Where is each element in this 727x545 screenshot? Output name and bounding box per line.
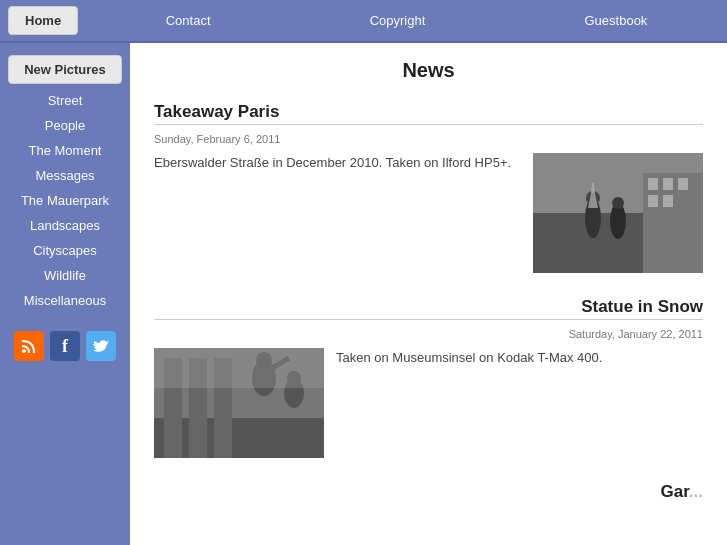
sidebar-item-the-mauerpark[interactable]: The Mauerpark [0, 188, 130, 213]
layout: New Pictures Street People The Moment Me… [0, 43, 727, 545]
article-divider [154, 319, 703, 320]
home-button[interactable]: Home [8, 6, 78, 35]
sidebar-item-messages[interactable]: Messages [0, 163, 130, 188]
twitter-icon[interactable] [86, 331, 116, 361]
article-title: Statue in Snow [154, 297, 703, 317]
rss-icon[interactable] [14, 331, 44, 361]
svg-rect-6 [678, 178, 688, 190]
svg-point-12 [612, 197, 624, 209]
article-image-paris [533, 153, 703, 273]
sidebar-item-the-moment[interactable]: The Moment [0, 138, 130, 163]
svg-rect-25 [154, 348, 324, 388]
sidebar-item-cityscapes[interactable]: Cityscapes [0, 238, 130, 263]
new-pictures-button[interactable]: New Pictures [8, 55, 122, 84]
article-divider [154, 124, 703, 125]
article-body: Taken on Museumsinsel on Kodak T-Max 400… [154, 348, 703, 458]
article-title: Gar... [154, 482, 703, 502]
social-icons: f [0, 325, 130, 367]
article-takeaway-paris: Takeaway Paris Sunday, February 6, 2011 … [154, 102, 703, 273]
article-text: Taken on Museumsinsel on Kodak T-Max 400… [336, 348, 703, 368]
sidebar-item-wildlife[interactable]: Wildlife [0, 263, 130, 288]
sidebar-item-miscellaneous[interactable]: Miscellaneous [0, 288, 130, 313]
main-content: News Takeaway Paris Sunday, February 6, … [130, 43, 727, 545]
svg-point-0 [22, 349, 26, 353]
page-title: News [154, 59, 703, 82]
svg-rect-8 [663, 195, 673, 207]
article-partial: Gar... [154, 482, 703, 502]
sidebar-item-landscapes[interactable]: Landscapes [0, 213, 130, 238]
copyright-link[interactable]: Copyright [354, 5, 442, 36]
article-image-statue [154, 348, 324, 458]
article-date: Saturday, January 22, 2011 [154, 328, 703, 340]
svg-rect-7 [648, 195, 658, 207]
contact-link[interactable]: Contact [150, 5, 227, 36]
nav-links: Contact Copyright Guestbook [86, 0, 727, 41]
article-statue-in-snow: Statue in Snow Saturday, January 22, 201… [154, 297, 703, 458]
sidebar-item-street[interactable]: Street [0, 88, 130, 113]
article-title: Takeaway Paris [154, 102, 703, 122]
article-text: Eberswalder Straße in December 2010. Tak… [154, 153, 521, 173]
svg-rect-4 [648, 178, 658, 190]
svg-rect-5 [663, 178, 673, 190]
facebook-icon[interactable]: f [50, 331, 80, 361]
sidebar: New Pictures Street People The Moment Me… [0, 43, 130, 545]
article-date: Sunday, February 6, 2011 [154, 133, 703, 145]
article-body: Eberswalder Straße in December 2010. Tak… [154, 153, 703, 273]
sidebar-item-people[interactable]: People [0, 113, 130, 138]
top-nav: Home Contact Copyright Guestbook [0, 0, 727, 43]
guestbook-link[interactable]: Guestbook [569, 5, 664, 36]
